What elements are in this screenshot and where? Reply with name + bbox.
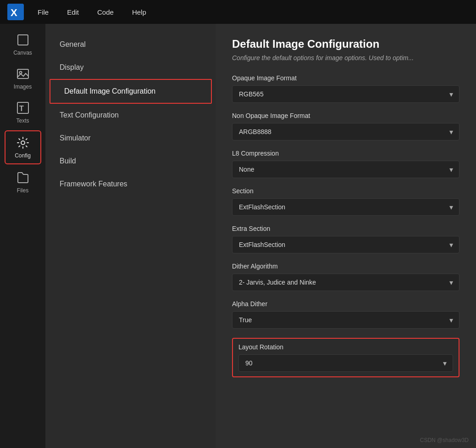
- sidebar-label-images: Images: [14, 84, 32, 90]
- form-group-section: Section ExtFlashSection: [232, 187, 459, 216]
- form-group-extra-section: Extra Section ExtFlashSection: [232, 225, 459, 253]
- select-l8-compression[interactable]: None: [232, 161, 459, 178]
- form-group-l8-compression: L8 Compression None: [232, 150, 459, 178]
- sidebar-item-canvas[interactable]: Canvas: [5, 28, 41, 61]
- nav-text-config[interactable]: Text Configuration: [46, 104, 216, 127]
- form-group-dither-algorithm: Dither Algorithm 2- Jarvis, Judice and N…: [232, 263, 459, 291]
- label-opaque-image-format: Opaque Image Format: [232, 74, 459, 82]
- select-wrapper-alpha-dither: True: [232, 311, 459, 329]
- label-l8-compression: L8 Compression: [232, 150, 459, 157]
- page-subtitle: Configure the default options for image …: [232, 54, 459, 62]
- icon-sidebar: Canvas Images T Texts Config: [0, 24, 46, 448]
- menu-file[interactable]: File: [35, 6, 51, 18]
- top-bar-menu: File Edit Code Help: [35, 6, 149, 18]
- menu-code[interactable]: Code: [94, 6, 116, 18]
- nav-framework[interactable]: Framework Features: [46, 173, 216, 196]
- content-panel: Default Image Configuration Configure th…: [216, 24, 476, 448]
- menu-edit[interactable]: Edit: [64, 6, 82, 18]
- select-extra-section[interactable]: ExtFlashSection: [232, 236, 459, 253]
- watermark: CSDN @shadow3D: [420, 437, 469, 443]
- label-alpha-dither: Alpha Dither: [232, 300, 459, 308]
- page-title: Default Image Configuration: [232, 38, 459, 50]
- select-wrapper-section: ExtFlashSection: [232, 198, 459, 216]
- select-wrapper-dither: 2- Jarvis, Judice and Ninke: [232, 274, 459, 291]
- select-non-opaque-image-format[interactable]: ARGB8888: [232, 123, 459, 140]
- form-group-alpha-dither: Alpha Dither True: [232, 300, 459, 329]
- nav-default-image[interactable]: Default Image Configuration: [50, 79, 212, 104]
- main-layout: Canvas Images T Texts Config: [0, 24, 476, 448]
- label-layout-rotation: Layout Rotation: [238, 343, 453, 351]
- label-non-opaque-image-format: Non Opaque Image Format: [232, 112, 459, 119]
- svg-rect-2: [18, 35, 28, 45]
- nav-general[interactable]: General: [46, 33, 216, 56]
- select-wrapper-l8: None: [232, 161, 459, 178]
- form-group-opaque-image-format: Opaque Image Format RGB565: [232, 74, 459, 103]
- nav-simulator[interactable]: Simulator: [46, 127, 216, 150]
- label-extra-section: Extra Section: [232, 225, 459, 232]
- label-dither-algorithm: Dither Algorithm: [232, 263, 459, 270]
- sidebar-label-files: Files: [17, 187, 28, 194]
- form-group-non-opaque-image-format: Non Opaque Image Format ARGB8888: [232, 112, 459, 140]
- sidebar-item-images[interactable]: Images: [5, 62, 41, 95]
- select-wrapper-opaque: RGB565: [232, 85, 459, 103]
- nav-display[interactable]: Display: [46, 56, 216, 79]
- svg-point-7: [21, 141, 25, 145]
- select-wrapper-extra-section: ExtFlashSection: [232, 236, 459, 253]
- nav-build[interactable]: Build: [46, 150, 216, 173]
- label-section: Section: [232, 187, 459, 195]
- top-bar: X File Edit Code Help: [0, 0, 476, 24]
- select-wrapper-non-opaque: ARGB8888: [232, 123, 459, 140]
- sidebar-label-canvas: Canvas: [13, 50, 32, 56]
- select-wrapper-layout-rotation: 90: [238, 354, 453, 372]
- menu-help[interactable]: Help: [129, 6, 149, 18]
- sidebar-label-texts: Texts: [16, 118, 29, 124]
- nav-panel: General Display Default Image Configurat…: [46, 24, 216, 448]
- select-dither-algorithm[interactable]: 2- Jarvis, Judice and Ninke: [232, 274, 459, 291]
- form-group-layout-rotation: Layout Rotation 90: [232, 338, 459, 377]
- app-logo: X: [7, 4, 24, 20]
- select-opaque-image-format[interactable]: RGB565: [232, 85, 459, 103]
- select-section[interactable]: ExtFlashSection: [232, 198, 459, 216]
- sidebar-item-texts[interactable]: T Texts: [5, 96, 41, 129]
- svg-text:T: T: [19, 105, 24, 112]
- sidebar-item-files[interactable]: Files: [5, 166, 41, 198]
- select-layout-rotation[interactable]: 90: [238, 354, 453, 372]
- svg-text:X: X: [11, 7, 17, 18]
- sidebar-item-config[interactable]: Config: [5, 130, 41, 164]
- select-alpha-dither[interactable]: True: [232, 311, 459, 329]
- sidebar-label-config: Config: [15, 152, 31, 159]
